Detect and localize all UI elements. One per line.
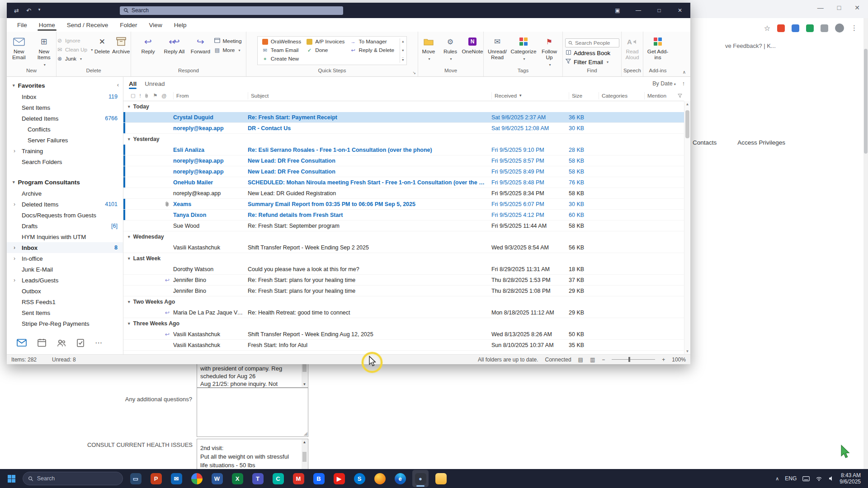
rules-button[interactable]: ⚙ Rules <box>440 34 461 62</box>
scrollbar-thumb[interactable] <box>685 110 689 138</box>
follow-up-button[interactable]: ⚑ Follow Up <box>538 34 561 68</box>
mail-module-icon[interactable] <box>17 339 27 347</box>
browser-scrollbar[interactable] <box>863 18 868 469</box>
taskbar-app-icon[interactable] <box>372 470 388 487</box>
collapse-ribbon-icon[interactable]: ∧ <box>683 70 686 75</box>
undo-icon[interactable]: ↶ <box>26 7 31 14</box>
bookmark-star-icon[interactable]: ☆ <box>764 24 770 33</box>
zoom-level[interactable]: 100% <box>672 357 686 363</box>
sort-direction-icon[interactable]: ↑ <box>682 80 685 87</box>
email-row[interactable]: OneHub Mailer SCHEDULED: Mohan Niroula m… <box>123 177 684 188</box>
calendar-module-icon[interactable] <box>38 338 46 347</box>
more-respond-button[interactable]: ▤More <box>214 47 242 53</box>
new-email-button[interactable]: New Email <box>7 34 31 61</box>
reply-button[interactable]: ↩ Reply <box>136 34 161 55</box>
search-people-input[interactable]: Search People <box>565 38 619 47</box>
browser-close-button[interactable]: ✕ <box>854 4 860 11</box>
sidebar-folder[interactable]: Outbox <box>7 286 123 296</box>
archive-button[interactable]: Archive <box>111 34 131 55</box>
send-receive-icon[interactable]: ⇄ <box>14 7 19 14</box>
normal-view-icon[interactable]: ▤ <box>578 357 583 363</box>
resize-grip-icon[interactable]: ◢ <box>304 431 307 436</box>
taskbar-app-icon[interactable] <box>433 470 449 487</box>
email-row[interactable]: noreply@keap.app New Lead: DR Free Consu… <box>123 166 684 177</box>
quick-step-item[interactable]: OraWellness <box>262 38 301 45</box>
categorize-button[interactable]: Categorize <box>510 34 537 62</box>
unread-read-button[interactable]: ✉ Unread/ Read <box>486 34 509 61</box>
onenote-button[interactable]: N OneNote <box>462 34 483 55</box>
taskbar-app-icon[interactable]: ▭ <box>127 470 144 487</box>
browser-minimize-button[interactable]: — <box>817 4 824 11</box>
wifi-icon[interactable] <box>816 476 822 481</box>
zoom-in-icon[interactable]: + <box>662 357 665 363</box>
reply-all-button[interactable]: ↩↩ Reply All <box>162 34 187 55</box>
crm-questions-field[interactable]: ◢ <box>197 388 308 437</box>
new-items-button[interactable]: ⊞ New Items <box>32 34 57 68</box>
email-row[interactable]: Sue Wood Re: Fresh Start: September prog… <box>123 221 684 231</box>
email-row[interactable]: Xeams Summary Email Report from 03:35 PM… <box>123 199 684 210</box>
get-addins-button[interactable]: Get Add-ins <box>645 34 670 61</box>
list-scrollbar[interactable]: ▲ ▼ <box>684 101 690 354</box>
flag-column-icon[interactable]: ⚑ <box>153 93 157 99</box>
taskbar-app-icon[interactable]: X <box>229 470 245 487</box>
email-row[interactable]: ↩ Jennifer Bino Re: Fresh Start: plans f… <box>123 275 684 286</box>
sidebar-folder[interactable]: Junk E-Mail <box>7 264 123 275</box>
dialog-launcher-icon[interactable]: ↘ <box>412 70 416 75</box>
people-module-icon[interactable] <box>57 339 66 347</box>
taskbar-app-icon[interactable]: B <box>311 470 327 487</box>
tab-all[interactable]: All <box>129 77 137 90</box>
start-button[interactable] <box>3 471 20 486</box>
coming-soon-icon[interactable]: ▣ <box>607 3 628 18</box>
browser-menu-icon[interactable]: ⋮ <box>851 24 858 32</box>
chevron-right-icon[interactable]: › <box>14 244 15 251</box>
group-header-row[interactable]: ▾ Today <box>123 101 684 112</box>
sidebar-folder[interactable]: Server Failures <box>7 135 123 145</box>
sidebar-folder[interactable]: › Training <box>7 145 123 156</box>
group-header-row[interactable]: ▾ Two Weeks Ago <box>123 296 684 307</box>
taskbar-app-icon[interactable] <box>189 470 205 487</box>
mention-column-icon[interactable]: @ <box>161 93 166 99</box>
attachment-column-icon[interactable] <box>145 93 149 99</box>
address-book-button[interactable]: Address Book <box>565 50 610 56</box>
close-button[interactable]: ✕ <box>670 3 690 18</box>
junk-button[interactable]: ⊗Junk <box>57 56 93 62</box>
clean-up-button[interactable]: ✉Clean Up <box>57 47 93 53</box>
email-row[interactable]: Dorothy Watson Could you please have a l… <box>123 264 684 275</box>
email-row[interactable]: noreply@keap.app New Lead: DR Guided Reg… <box>123 188 684 199</box>
taskbar-app-icon[interactable]: W <box>209 470 225 487</box>
sidebar-folder[interactable]: RSS Feeds1 <box>7 296 123 307</box>
account-header[interactable]: ▾ Program Consultants <box>7 176 123 188</box>
meeting-button[interactable]: Meeting <box>214 38 242 44</box>
forward-button[interactable]: ↪ Forward <box>188 34 213 55</box>
sidebar-folder[interactable]: Deleted Items 6766 <box>7 113 123 124</box>
quick-step-item[interactable]: ✉Team Email <box>262 47 301 53</box>
favorites-header[interactable]: ▾ Favorites <box>7 80 123 91</box>
email-row[interactable]: Tanya Dixon Re: Refund details from Fres… <box>123 210 684 221</box>
zoom-slider-thumb[interactable] <box>628 357 630 362</box>
move-button[interactable]: Move <box>418 34 439 62</box>
read-aloud-button[interactable]: A Read Aloud <box>622 34 643 61</box>
sidebar-folder[interactable]: Inbox 119 <box>7 91 123 102</box>
maximize-button[interactable]: □ <box>649 3 670 18</box>
email-row[interactable]: noreply@keap.app New Lead: DR Free Consu… <box>123 155 684 166</box>
chevron-right-icon[interactable]: › <box>14 277 15 283</box>
quick-step-item[interactable]: ✓Done <box>307 47 344 53</box>
taskbar-app-icon[interactable]: S <box>351 470 368 487</box>
extension-icon[interactable] <box>806 24 814 32</box>
zoom-out-icon[interactable]: − <box>602 357 605 363</box>
filter-email-button[interactable]: Filter Email <box>565 59 609 66</box>
column-from[interactable]: From <box>173 92 248 99</box>
tab-help[interactable]: Help <box>168 18 193 32</box>
ignore-button[interactable]: ⊘Ignore <box>57 38 93 44</box>
column-categories[interactable]: Categories <box>599 92 644 99</box>
quick-step-item[interactable]: A/P Invoices <box>307 38 344 45</box>
email-row[interactable]: noreply@keap.app DR - Contact Us Sat 9/6… <box>123 123 684 134</box>
taskbar-app-icon[interactable]: C <box>270 470 286 487</box>
sidebar-folder[interactable]: Stripe Pre-Reg Payments <box>7 318 123 329</box>
column-received[interactable]: Received▼ <box>491 92 569 99</box>
touch-keyboard-icon[interactable] <box>802 476 810 481</box>
taskbar-app-icon[interactable]: ✉ <box>168 470 184 487</box>
scroll-down-icon[interactable]: ▼ <box>686 349 689 353</box>
more-modules-icon[interactable]: ⋯ <box>95 338 102 347</box>
tab-unread[interactable]: Unread <box>145 77 165 90</box>
